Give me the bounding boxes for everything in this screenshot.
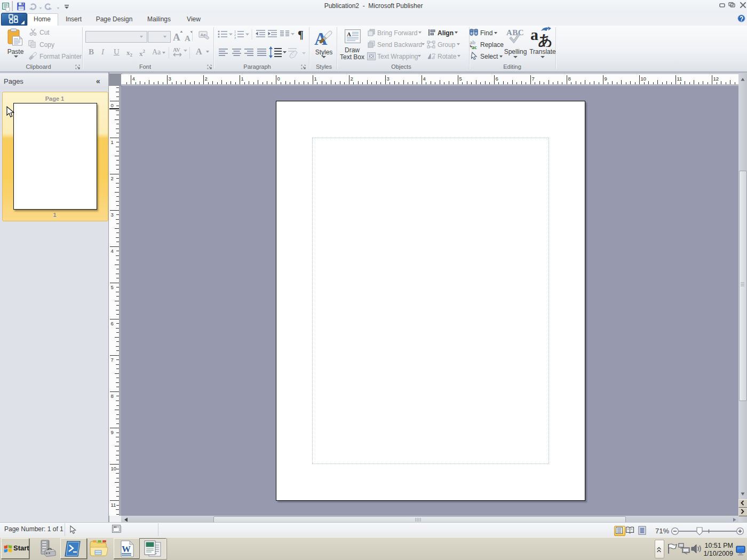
svg-text:6: 6 <box>111 321 114 326</box>
svg-text:9: 9 <box>605 76 607 82</box>
svg-text:6: 6 <box>496 76 498 82</box>
svg-text:あ: あ <box>538 33 552 47</box>
svg-text:5: 5 <box>111 284 114 290</box>
svg-text:4: 4 <box>132 76 135 82</box>
svg-text:1: 1 <box>241 76 244 82</box>
svg-text:10: 10 <box>641 76 647 82</box>
svg-text:3: 3 <box>169 76 171 82</box>
svg-text:a: a <box>531 26 538 43</box>
svg-text:5: 5 <box>459 76 462 82</box>
svg-text:4: 4 <box>111 248 114 254</box>
svg-text:1: 1 <box>111 139 114 145</box>
svg-text:7: 7 <box>111 357 114 363</box>
svg-text:2: 2 <box>351 76 353 82</box>
svg-text:AV: AV <box>173 47 180 53</box>
svg-text:1: 1 <box>314 76 317 82</box>
svg-text:12: 12 <box>713 76 719 82</box>
svg-text:XY: XY <box>114 526 117 529</box>
svg-text:8: 8 <box>568 76 571 82</box>
svg-text:3: 3 <box>387 76 390 82</box>
svg-text:11: 11 <box>111 502 116 508</box>
svg-text:8: 8 <box>111 393 114 399</box>
svg-text:4: 4 <box>423 76 426 82</box>
svg-text:9: 9 <box>111 429 114 435</box>
svg-text:0: 0 <box>277 76 280 82</box>
svg-text:3: 3 <box>234 36 236 39</box>
svg-text:W: W <box>122 544 131 554</box>
svg-text:A: A <box>347 31 351 37</box>
svg-text:ABC: ABC <box>506 28 524 37</box>
svg-text:A: A <box>173 31 180 43</box>
svg-text:¶: ¶ <box>298 29 304 41</box>
svg-text:3: 3 <box>111 212 114 218</box>
svg-text:2: 2 <box>205 76 208 82</box>
svg-text:7: 7 <box>532 76 535 82</box>
svg-text:ac: ac <box>472 44 477 50</box>
svg-text:2: 2 <box>111 175 114 181</box>
svg-text:10: 10 <box>111 466 117 471</box>
svg-text:A: A <box>185 34 190 43</box>
svg-text:0: 0 <box>111 102 114 108</box>
svg-text:11: 11 <box>677 76 682 82</box>
